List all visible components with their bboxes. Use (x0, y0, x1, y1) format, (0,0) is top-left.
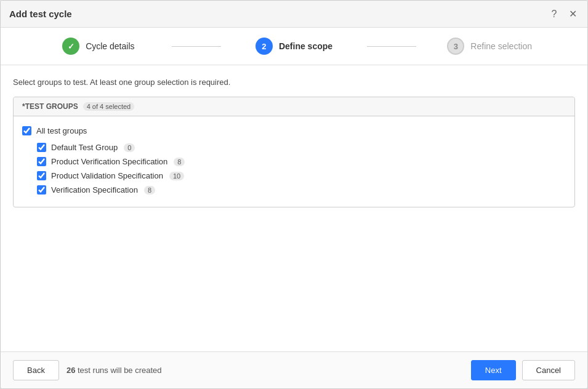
group-name-product-validation: Product Validation Specification (51, 171, 163, 180)
instruction-text: Select groups to test. At least one grou… (13, 78, 575, 87)
group-count-verification: 8 (144, 186, 155, 194)
group-item-product-verification[interactable]: Product Verification Specification 8 (37, 154, 566, 169)
group-count-product-validation: 10 (169, 172, 184, 180)
help-icon[interactable]: ? (548, 8, 560, 20)
step-define-scope: 2 Define scope (221, 38, 368, 55)
group-checkbox-product-verification[interactable] (37, 157, 46, 166)
titlebar: Add test cycle ? ✕ (1, 1, 587, 28)
group-count-default: 0 (124, 143, 135, 152)
group-name-all: All test groups (36, 126, 87, 135)
step-divider-2 (367, 46, 416, 47)
step-divider-1 (172, 46, 221, 47)
footer-right: Next Cancel (471, 360, 575, 380)
back-button[interactable]: Back (13, 360, 59, 380)
group-item-product-validation[interactable]: Product Validation Specification 10 (37, 169, 566, 183)
selected-badge: 4 of 4 selected (83, 102, 135, 111)
titlebar-actions: ? ✕ (548, 8, 579, 20)
group-item-verification[interactable]: Verification Specification 8 (37, 183, 566, 197)
add-test-cycle-dialog: Add test cycle ? ✕ Cycle details 2 Defin… (0, 0, 588, 389)
dialog-content: Select groups to test. At least one grou… (1, 65, 587, 351)
step-3-label: Refine selection (470, 41, 532, 51)
close-icon[interactable]: ✕ (566, 8, 579, 20)
step-1-label: Cycle details (86, 41, 134, 51)
step-cycle-details: Cycle details (25, 38, 172, 55)
step-3-number: 3 (447, 38, 464, 55)
footer-info: 26 test runs will be created (66, 366, 162, 375)
next-button[interactable]: Next (471, 360, 516, 380)
step-2-number: 2 (256, 38, 273, 55)
group-item-default[interactable]: Default Test Group 0 (37, 140, 566, 154)
group-name-verification: Verification Specification (51, 185, 138, 194)
checkmark-icon (68, 42, 75, 51)
test-groups-section: *TEST GROUPS 4 of 4 selected All test gr… (13, 97, 575, 207)
footer-left: Back 26 test runs will be created (13, 360, 162, 380)
stepper: Cycle details 2 Define scope 3 Refine se… (1, 28, 587, 65)
group-name-product-verification: Product Verification Specification (51, 157, 167, 166)
step-1-number (62, 38, 79, 55)
group-checkbox-default[interactable] (37, 143, 46, 152)
runs-suffix: test runs will be created (78, 366, 162, 375)
dialog-title: Add test cycle (9, 9, 72, 19)
cancel-button[interactable]: Cancel (522, 360, 575, 380)
step-2-label: Define scope (279, 41, 332, 51)
group-name-default: Default Test Group (51, 143, 118, 152)
group-checkbox-verification[interactable] (37, 185, 46, 194)
step-refine-selection: 3 Refine selection (416, 38, 563, 55)
group-item-all[interactable]: All test groups (22, 124, 566, 138)
runs-count: 26 (66, 366, 75, 375)
section-header: *TEST GROUPS 4 of 4 selected (14, 97, 574, 116)
group-count-product-verification: 8 (174, 158, 185, 166)
group-checkbox-product-validation[interactable] (37, 171, 46, 180)
groups-list: All test groups Default Test Group 0 Pro… (14, 116, 574, 207)
dialog-footer: Back 26 test runs will be created Next C… (1, 351, 587, 388)
group-checkbox-all[interactable] (22, 126, 31, 135)
section-header-label: *TEST GROUPS (22, 102, 78, 111)
